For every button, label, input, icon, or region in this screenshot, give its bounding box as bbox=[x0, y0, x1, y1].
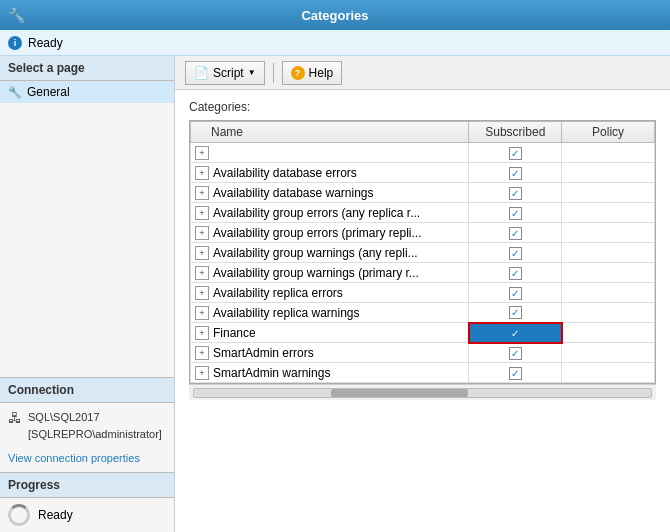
row-policy-cell bbox=[562, 243, 655, 263]
scroll-area[interactable] bbox=[189, 384, 656, 400]
server-icon: 🖧 bbox=[8, 410, 22, 426]
row-subscribed-cell[interactable] bbox=[469, 163, 562, 183]
subscribed-checkbox[interactable] bbox=[509, 147, 522, 160]
subscribed-checkbox[interactable] bbox=[509, 247, 522, 260]
script-dropdown-icon: ▼ bbox=[248, 68, 256, 77]
progress-section-label: Progress bbox=[0, 472, 174, 498]
toolbar: 📄 Script ▼ ? Help bbox=[175, 56, 670, 90]
table-body: ++Availability database errors+Availabil… bbox=[191, 143, 655, 383]
expand-btn[interactable]: + bbox=[195, 186, 209, 200]
col-header-name: Name bbox=[191, 122, 469, 143]
row-subscribed-cell[interactable] bbox=[469, 203, 562, 223]
row-name-text: SmartAdmin warnings bbox=[213, 366, 330, 380]
row-subscribed-cell[interactable] bbox=[469, 323, 562, 343]
table-row: + bbox=[191, 143, 655, 163]
subscribed-checkbox[interactable] bbox=[509, 327, 522, 340]
title-bar-icon: 🔧 bbox=[8, 7, 25, 23]
row-subscribed-cell[interactable] bbox=[469, 243, 562, 263]
row-subscribed-cell[interactable] bbox=[469, 183, 562, 203]
row-subscribed-cell[interactable] bbox=[469, 143, 562, 163]
row-policy-cell bbox=[562, 303, 655, 323]
row-subscribed-cell[interactable] bbox=[469, 283, 562, 303]
help-icon: ? bbox=[291, 66, 305, 80]
sidebar-spacer bbox=[0, 103, 174, 377]
table-row: +Availability group errors (primary repl… bbox=[191, 223, 655, 243]
row-subscribed-cell[interactable] bbox=[469, 343, 562, 363]
row-name-cell: +Availability group errors (any replica … bbox=[191, 203, 469, 223]
connection-section-label: Connection bbox=[0, 377, 174, 403]
select-page-label: Select a page bbox=[0, 56, 174, 81]
row-policy-cell bbox=[562, 323, 655, 343]
subscribed-checkbox[interactable] bbox=[509, 347, 522, 360]
row-subscribed-cell[interactable] bbox=[469, 303, 562, 323]
progress-spinner bbox=[8, 504, 30, 526]
expand-btn[interactable]: + bbox=[195, 326, 209, 340]
expand-btn[interactable]: + bbox=[195, 146, 209, 160]
subscribed-checkbox[interactable] bbox=[509, 306, 522, 319]
row-policy-cell bbox=[562, 343, 655, 363]
wrench-icon: 🔧 bbox=[8, 86, 22, 99]
row-name-cell: +Availability database errors bbox=[191, 163, 469, 183]
expand-btn[interactable]: + bbox=[195, 306, 209, 320]
expand-btn[interactable]: + bbox=[195, 366, 209, 380]
row-policy-cell bbox=[562, 223, 655, 243]
categories-table-container: Name Subscribed Policy ++Availability da… bbox=[189, 120, 656, 384]
expand-btn[interactable]: + bbox=[195, 246, 209, 260]
subscribed-checkbox[interactable] bbox=[509, 227, 522, 240]
view-link-container: View connection properties bbox=[0, 448, 174, 472]
subscribed-checkbox[interactable] bbox=[509, 207, 522, 220]
row-name-text: Finance bbox=[213, 326, 256, 340]
categories-table: Name Subscribed Policy ++Availability da… bbox=[190, 121, 655, 383]
subscribed-checkbox[interactable] bbox=[509, 267, 522, 280]
row-name-cell: +SmartAdmin warnings bbox=[191, 363, 469, 383]
table-row: +SmartAdmin errors bbox=[191, 343, 655, 363]
expand-btn[interactable]: + bbox=[195, 346, 209, 360]
expand-btn[interactable]: + bbox=[195, 206, 209, 220]
row-name-text: Availability group errors (any replica r… bbox=[213, 206, 420, 220]
expand-btn[interactable]: + bbox=[195, 226, 209, 240]
row-subscribed-cell[interactable] bbox=[469, 363, 562, 383]
subscribed-checkbox[interactable] bbox=[509, 287, 522, 300]
progress-info: Ready bbox=[0, 498, 174, 532]
row-policy-cell bbox=[562, 183, 655, 203]
table-row: +SmartAdmin warnings bbox=[191, 363, 655, 383]
expand-btn[interactable]: + bbox=[195, 266, 209, 280]
row-policy-cell bbox=[562, 263, 655, 283]
row-policy-cell bbox=[562, 163, 655, 183]
view-connection-properties-link[interactable]: View connection properties bbox=[8, 452, 140, 464]
row-name-cell: +Availability group warnings (primary r.… bbox=[191, 263, 469, 283]
sidebar-item-general[interactable]: 🔧 General bbox=[0, 81, 174, 103]
subscribed-checkbox[interactable] bbox=[509, 187, 522, 200]
table-row: +Availability group warnings (primary r.… bbox=[191, 263, 655, 283]
row-name-text: SmartAdmin errors bbox=[213, 346, 314, 360]
table-row: +Availability replica warnings bbox=[191, 303, 655, 323]
horizontal-scrollbar[interactable] bbox=[193, 388, 652, 398]
row-policy-cell bbox=[562, 363, 655, 383]
user-name: [SQLREPRO\administrator] bbox=[28, 426, 162, 443]
title-bar: 🔧 Categories bbox=[0, 0, 670, 30]
row-subscribed-cell[interactable] bbox=[469, 223, 562, 243]
connection-info: 🖧 SQL\SQL2017 [SQLREPRO\administrator] bbox=[0, 403, 174, 448]
row-name-text: Availability group errors (primary repli… bbox=[213, 226, 422, 240]
script-button[interactable]: 📄 Script ▼ bbox=[185, 61, 265, 85]
row-name-cell: + bbox=[191, 143, 469, 163]
row-name-cell: +Availability replica warnings bbox=[191, 303, 469, 323]
subscribed-checkbox[interactable] bbox=[509, 367, 522, 380]
col-header-subscribed: Subscribed bbox=[469, 122, 562, 143]
categories-area: Categories: Name Subscribed Policy ++Ava… bbox=[175, 90, 670, 532]
row-subscribed-cell[interactable] bbox=[469, 263, 562, 283]
expand-btn[interactable]: + bbox=[195, 166, 209, 180]
table-row: +Availability group warnings (any repli.… bbox=[191, 243, 655, 263]
row-name-cell: +Availability database warnings bbox=[191, 183, 469, 203]
row-name-cell: +Finance bbox=[191, 323, 469, 343]
categories-label: Categories: bbox=[189, 100, 656, 114]
sidebar: Select a page 🔧 General Connection 🖧 SQL… bbox=[0, 56, 175, 532]
info-bar: i Ready bbox=[0, 30, 670, 56]
col-header-policy: Policy bbox=[562, 122, 655, 143]
expand-btn[interactable]: + bbox=[195, 286, 209, 300]
info-status-text: Ready bbox=[28, 36, 63, 50]
row-name-text: Availability database warnings bbox=[213, 186, 374, 200]
subscribed-checkbox[interactable] bbox=[509, 167, 522, 180]
help-button[interactable]: ? Help bbox=[282, 61, 343, 85]
connection-text: SQL\SQL2017 [SQLREPRO\administrator] bbox=[28, 409, 162, 442]
